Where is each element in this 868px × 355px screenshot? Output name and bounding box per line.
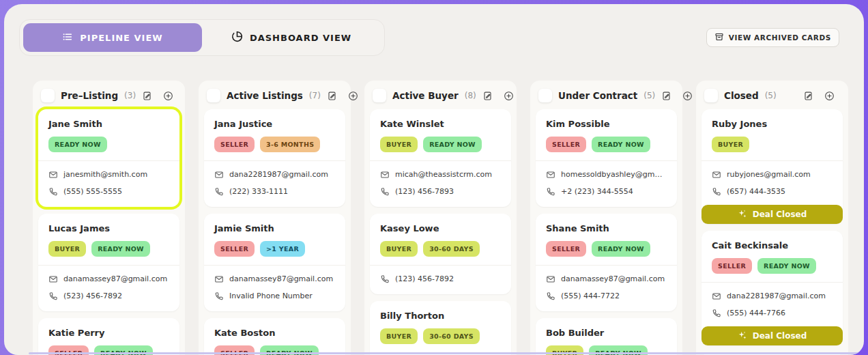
view-archived-cards-button[interactable]: VIEW ARCHIVED CARDS bbox=[706, 28, 839, 47]
envelope-icon bbox=[48, 274, 58, 284]
tag-row: BUYER 30-60 DAYS bbox=[380, 241, 501, 257]
contact-email: danamassey87@gmail.com bbox=[229, 274, 333, 283]
deal-closed-banner[interactable]: Deal Closed bbox=[701, 326, 843, 345]
contact-email: micah@theassistcrm.com bbox=[395, 170, 492, 179]
column-select-checkbox[interactable] bbox=[704, 89, 718, 102]
edit-note-icon[interactable] bbox=[327, 91, 337, 101]
contact-name: Kim Possible bbox=[546, 118, 667, 130]
phone-icon bbox=[380, 187, 390, 197]
contact-card[interactable]: Jana Justice SELLER 3-6 MONTHS dana22819… bbox=[204, 109, 345, 207]
deal-closed-banner[interactable]: Deal Closed bbox=[701, 205, 843, 224]
column-select-checkbox[interactable] bbox=[538, 89, 552, 102]
card-divider bbox=[370, 265, 511, 266]
contact-email: janesmith@smith.com bbox=[63, 170, 147, 179]
contact-card[interactable]: Lucas James BUYER READY NOW danamassey87… bbox=[38, 214, 179, 311]
edit-note-icon[interactable] bbox=[803, 91, 813, 101]
card-divider bbox=[204, 160, 345, 161]
contact-card[interactable]: Kasey Lowe BUYER 30-60 DAYS (123) 456-78… bbox=[370, 214, 511, 294]
envelope-icon bbox=[214, 170, 224, 180]
column-count: (3) bbox=[124, 91, 136, 100]
email-row: danamassey87@gmail.com bbox=[546, 272, 667, 285]
list-icon bbox=[62, 31, 73, 44]
email-row: janesmith@smith.com bbox=[48, 168, 169, 181]
column-under-contract: Under Contract (5) Kim Possible SELLER R… bbox=[530, 81, 682, 355]
add-circle-icon[interactable] bbox=[163, 91, 173, 101]
contact-name: Jane Smith bbox=[48, 118, 169, 130]
contact-card[interactable]: Kate Winslet BUYER READY NOW micah@theas… bbox=[370, 109, 511, 207]
phone-row: (123) 456-7892 bbox=[380, 272, 501, 285]
envelope-icon bbox=[546, 170, 555, 180]
card-divider bbox=[536, 160, 677, 161]
phone-icon bbox=[214, 187, 224, 197]
horizontal-scrollbar[interactable] bbox=[29, 352, 864, 354]
contact-name: Kasey Lowe bbox=[380, 223, 501, 234]
envelope-icon bbox=[214, 274, 224, 284]
card-divider bbox=[204, 265, 345, 266]
contact-card[interactable]: Shane Smith SELLER READY NOW danamassey8… bbox=[536, 214, 677, 311]
contact-card[interactable]: Bob Builder BUYER READY NOW bbox=[536, 318, 677, 355]
email-row: rubyjones@gmail.com bbox=[712, 168, 833, 181]
contact-phone: (523) 456-7892 bbox=[63, 292, 122, 300]
contact-name: Ruby Jones bbox=[712, 118, 833, 130]
contact-name: Jamie Smith bbox=[214, 223, 335, 234]
column-header: Closed (5) bbox=[701, 86, 843, 109]
pipeline-board: Pre–Listing (3) Jane Smith READY NOW jan… bbox=[4, 81, 864, 355]
sparkle-icon bbox=[738, 209, 747, 221]
phone-icon bbox=[380, 274, 390, 284]
card-divider bbox=[701, 282, 843, 283]
tab-pipeline-view[interactable]: PIPELINE VIEW bbox=[23, 23, 202, 52]
tag-row: BUYER bbox=[712, 137, 833, 152]
column-title: Active Listings bbox=[227, 90, 303, 101]
column-pre-listing: Pre–Listing (3) Jane Smith READY NOW jan… bbox=[33, 81, 185, 355]
contact-card[interactable]: Kim Possible SELLER READY NOW homessoldb… bbox=[536, 109, 677, 207]
phone-row: +2 (223) 344-5554 bbox=[546, 185, 667, 198]
timeline-tag: READY NOW bbox=[48, 137, 107, 152]
contact-name: Kate Boston bbox=[214, 327, 335, 339]
tab-dashboard-view[interactable]: DASHBOARD VIEW bbox=[202, 23, 381, 52]
view-tab-group: PIPELINE VIEW DASHBOARD VIEW bbox=[19, 19, 385, 56]
deal-closed-label: Deal Closed bbox=[753, 210, 807, 219]
phone-row: (555) 555-5555 bbox=[48, 185, 169, 198]
contact-card[interactable]: Jamie Smith SELLER >1 YEAR danamassey87@… bbox=[204, 214, 345, 311]
view-archived-cards-label: VIEW ARCHIVED CARDS bbox=[729, 33, 831, 42]
contact-name: Billy Thorton bbox=[380, 310, 501, 322]
envelope-icon bbox=[712, 292, 721, 301]
contact-name: Bob Builder bbox=[546, 327, 667, 339]
column-count: (8) bbox=[465, 91, 476, 100]
add-circle-icon[interactable] bbox=[504, 91, 514, 101]
tab-dashboard-label: DASHBOARD VIEW bbox=[250, 33, 351, 43]
column-title: Pre–Listing bbox=[61, 90, 118, 101]
contact-email: dana2281987@gmail.com bbox=[727, 292, 826, 300]
contact-card[interactable]: Katie Perry SELLER READY NOW bbox=[38, 318, 179, 355]
phone-row: (555) 444-7766 bbox=[712, 307, 833, 320]
deal-closed-label: Deal Closed bbox=[753, 331, 807, 341]
timeline-tag: 3-6 MONTHS bbox=[260, 137, 320, 152]
email-row: homessoldbyashley@gmail.co… bbox=[546, 168, 667, 181]
edit-note-icon[interactable] bbox=[661, 91, 671, 101]
edit-note-icon[interactable] bbox=[142, 91, 152, 101]
edit-note-icon[interactable] bbox=[482, 91, 493, 101]
contact-name: Kate Winslet bbox=[380, 118, 501, 130]
column-header: Active Listings (7) bbox=[204, 86, 345, 109]
contact-name: Katie Perry bbox=[48, 327, 169, 339]
tag-row: BUYER READY NOW bbox=[380, 137, 501, 152]
column-select-checkbox[interactable] bbox=[207, 89, 220, 102]
envelope-icon bbox=[380, 170, 390, 180]
phone-row: (222) 333-1111 bbox=[214, 185, 335, 198]
role-tag: SELLER bbox=[712, 258, 752, 274]
column-select-checkbox[interactable] bbox=[373, 89, 386, 102]
contact-card[interactable]: Cait Beckinsale SELLER READY NOW dana228… bbox=[701, 231, 843, 345]
contact-card[interactable]: Jane Smith READY NOW janesmith@smith.com… bbox=[38, 109, 179, 207]
contact-card[interactable]: Ruby Jones BUYER rubyjones@gmail.com (65… bbox=[701, 109, 843, 224]
column-select-checkbox[interactable] bbox=[41, 89, 55, 102]
contact-card[interactable]: Kate Boston SELLER READY NOW bbox=[204, 318, 345, 355]
add-circle-icon[interactable] bbox=[682, 91, 693, 101]
tag-row: SELLER READY NOW bbox=[546, 137, 667, 152]
envelope-icon bbox=[712, 170, 721, 180]
contact-card[interactable]: Billy Thorton BUYER 30-60 DAYS (123) 456… bbox=[370, 301, 511, 355]
column-actions bbox=[327, 91, 362, 101]
add-circle-icon[interactable] bbox=[824, 91, 835, 101]
phone-row: (523) 456-7892 bbox=[48, 289, 169, 302]
pie-chart-icon bbox=[231, 31, 243, 44]
add-circle-icon[interactable] bbox=[348, 91, 358, 101]
